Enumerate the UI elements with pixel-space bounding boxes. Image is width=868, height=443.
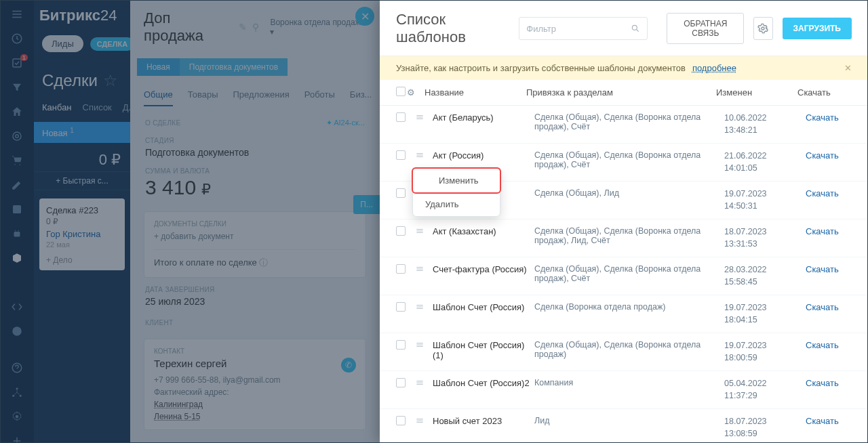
row-binding: Сделка (Общая), Сделка (Воронка отдела п… — [534, 150, 724, 169]
notice-close-icon[interactable]: ✕ — [844, 63, 852, 73]
row-modified: 19.07.202318:00:59 — [724, 340, 806, 364]
svg-point-14 — [633, 25, 637, 30]
upload-button[interactable]: ЗАГРУЗИТЬ — [783, 18, 852, 39]
table-body: Акт (Беларусь)Сделка (Общая), Сделка (Во… — [380, 106, 868, 443]
row-binding: Сделка (Общая), Сделка (Воронка отдела п… — [534, 226, 724, 245]
drag-icon[interactable] — [415, 226, 433, 238]
row-binding: Сделка (Воронка отдела продаж) — [534, 302, 724, 312]
menu-delete[interactable]: Удалить — [413, 192, 500, 216]
notice-text: Узнайте, как настроить и загрузить собст… — [396, 63, 686, 73]
col-bind[interactable]: Привязка к разделам — [526, 87, 716, 98]
select-all-checkbox[interactable] — [396, 87, 406, 96]
row-name: Шаблон Счет (Россия)2 — [433, 378, 534, 388]
row-modified: 18.07.202313:31:53 — [724, 226, 806, 250]
row-download[interactable]: Скачать — [806, 264, 839, 274]
row-checkbox[interactable] — [396, 150, 406, 160]
row-checkbox[interactable] — [396, 340, 406, 350]
search-input[interactable]: Фильтр — [519, 17, 648, 40]
row-download[interactable]: Скачать — [806, 226, 839, 236]
settings-button[interactable] — [753, 17, 772, 40]
table-row[interactable]: Шаблон Счет (Россия)Сделка (Воронка отде… — [380, 295, 868, 333]
table-header: ⚙ Название Привязка к разделам Изменен С… — [380, 80, 868, 106]
panel-header: Список шаблонов Фильтр ОБРАТНАЯ СВЯЗЬ ЗА… — [380, 0, 868, 56]
row-modified: 19.07.202314:50:31 — [724, 188, 806, 212]
table-row[interactable]: Счет-фактура (Россия)Сделка (Общая), Сде… — [380, 257, 868, 295]
row-modified: 18.07.202313:08:59 — [724, 416, 806, 440]
table-row[interactable]: Новый счет 2023Лид18.07.202313:08:59Скач… — [380, 409, 868, 443]
search-icon — [631, 24, 640, 33]
row-download[interactable]: Скачать — [806, 188, 839, 198]
row-binding: Лид — [534, 416, 724, 425]
row-checkbox[interactable] — [396, 264, 406, 274]
feedback-button[interactable]: ОБРАТНАЯ СВЯЗЬ — [667, 13, 744, 44]
table-row[interactable]: Акт (Казахстан)Сделка (Общая), Сделка (В… — [380, 219, 868, 257]
drag-icon[interactable] — [415, 150, 433, 162]
row-modified: 05.04.202211:37:29 — [724, 378, 806, 402]
row-name: Новый счет 2023 — [433, 416, 534, 426]
columns-gear-icon[interactable]: ⚙ — [407, 87, 416, 98]
row-download[interactable]: Скачать — [806, 112, 839, 123]
row-binding: Сделка (Общая), Сделка (Воронка отдела п… — [534, 264, 724, 283]
row-download[interactable]: Скачать — [806, 378, 839, 388]
col-mod[interactable]: Изменен — [716, 87, 797, 98]
row-name: Шаблон Счет (Россия) (1) — [433, 340, 534, 360]
row-checkbox[interactable] — [396, 302, 406, 312]
row-checkbox[interactable] — [396, 188, 406, 198]
row-name: Акт (Казахстан) — [433, 226, 534, 236]
row-name: Шаблон Счет (Россия) — [433, 302, 534, 312]
drag-icon[interactable] — [415, 302, 433, 314]
drag-icon[interactable] — [415, 264, 433, 276]
drag-icon[interactable] — [415, 112, 433, 124]
col-dl[interactable]: Скачать — [797, 87, 852, 98]
row-modified: 28.03.202215:58:45 — [724, 264, 806, 288]
row-binding: Сделка (Общая), Сделка (Воронка отдела п… — [534, 112, 724, 131]
row-modified: 21.06.202214:01:05 — [724, 150, 806, 174]
row-checkbox[interactable] — [396, 378, 406, 387]
table-row[interactable]: Шаблон Счет (Россия) (1)Сделка (Общая), … — [380, 333, 868, 371]
row-binding: Сделка (Общая), Лид — [534, 188, 724, 198]
row-checkbox[interactable] — [396, 112, 406, 122]
notice-bar: Узнайте, как настроить и загрузить собст… — [380, 56, 868, 80]
row-name: Акт (Россия) — [433, 150, 534, 161]
row-checkbox[interactable] — [396, 416, 406, 425]
row-download[interactable]: Скачать — [806, 302, 839, 312]
drag-icon[interactable] — [415, 416, 433, 427]
templates-panel: Список шаблонов Фильтр ОБРАТНАЯ СВЯЗЬ ЗА… — [380, 0, 868, 443]
row-download[interactable]: Скачать — [806, 416, 839, 426]
row-binding: Сделка (Общая), Сделка (Воронка отдела п… — [534, 340, 724, 359]
row-modified: 19.07.202318:04:15 — [724, 302, 806, 326]
row-modified: 10.06.202213:48:21 — [724, 112, 806, 136]
svg-point-15 — [762, 27, 764, 30]
row-name: Акт (Беларусь) — [433, 112, 534, 123]
drag-icon[interactable] — [415, 378, 433, 389]
row-checkbox[interactable] — [396, 226, 406, 236]
table-row[interactable]: Шаблон Счет (Россия)2Компания05.04.20221… — [380, 371, 868, 409]
row-download[interactable]: Скачать — [806, 340, 839, 350]
col-name[interactable]: Название — [425, 87, 526, 98]
drag-icon[interactable] — [415, 340, 433, 352]
row-name: Счет-фактура (Россия) — [433, 264, 534, 274]
panel-title: Список шаблонов — [396, 11, 497, 46]
notice-link[interactable]: подробнее — [692, 63, 736, 73]
menu-edit[interactable]: Изменить — [413, 169, 500, 192]
row-context-menu: Изменить Удалить — [412, 168, 500, 217]
row-download[interactable]: Скачать — [806, 150, 839, 161]
row-binding: Компания — [534, 378, 724, 387]
table-row[interactable]: Акт (Беларусь)Сделка (Общая), Сделка (Во… — [380, 106, 868, 144]
